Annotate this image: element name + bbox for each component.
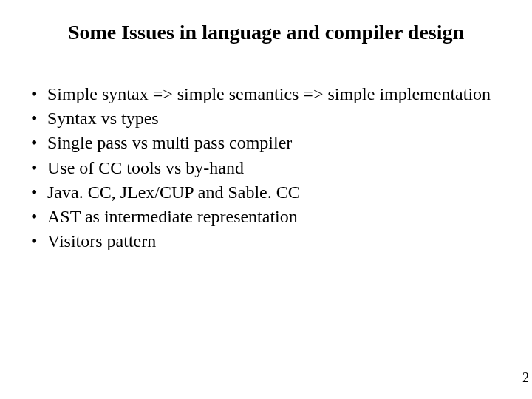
bullet-list: Simple syntax => simple semantics => sim…	[22, 83, 510, 253]
list-item: AST as intermediate representation	[28, 205, 510, 228]
list-item: Simple syntax => simple semantics => sim…	[28, 83, 510, 106]
list-item: Visitors pattern	[28, 230, 510, 253]
list-item: Use of CC tools vs by-hand	[28, 157, 510, 180]
page-number: 2	[522, 370, 529, 386]
slide-title: Some Issues in language and compiler des…	[22, 21, 510, 44]
slide: Some Issues in language and compiler des…	[0, 0, 532, 399]
list-item: Single pass vs multi pass compiler	[28, 132, 510, 154]
list-item: Syntax vs types	[28, 107, 510, 130]
list-item: Java. CC, JLex/CUP and Sable. CC	[28, 181, 510, 204]
